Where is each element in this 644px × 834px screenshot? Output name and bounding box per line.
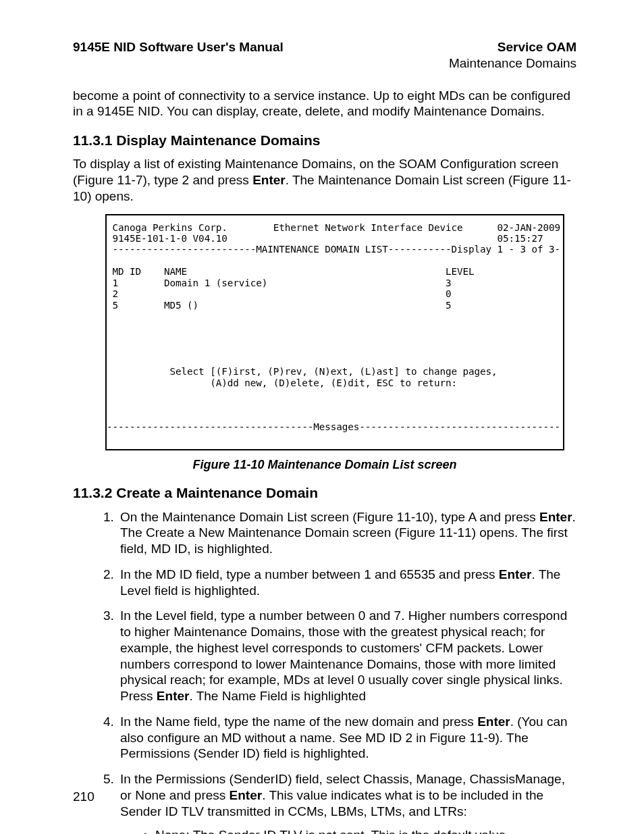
terminal-screen: Canoga Perkins Corp. Ethernet Network In… xyxy=(105,214,564,450)
step-5: In the Permissions (SenderID) field, sel… xyxy=(117,771,576,834)
section-1131-heading: 11.3.1 Display Maintenance Domains xyxy=(73,132,576,149)
step-2: In the MD ID field, type a number betwee… xyxy=(117,567,576,599)
section-1131-body: To display a list of existing Maintenanc… xyxy=(73,156,576,204)
enter-key: Enter xyxy=(499,567,532,581)
sub-bullets: None: The Sender ID TLV is not sent. Thi… xyxy=(120,827,576,834)
enter-key: Enter xyxy=(157,689,190,703)
bullet-none: None: The Sender ID TLV is not sent. Thi… xyxy=(143,827,576,834)
step-4: In the Name field, type the name of the … xyxy=(117,714,576,762)
header-section: Service OAM xyxy=(449,39,576,55)
step-1: On the Maintenance Domain List screen (F… xyxy=(117,509,576,557)
text: . The Name Field is highlighted xyxy=(189,689,366,703)
enter-key: Enter xyxy=(230,788,263,802)
header-subsection: Maintenance Domains xyxy=(449,55,576,72)
page-header: 9145E NID Software User's Manual Service… xyxy=(73,39,576,72)
page-number: 210 xyxy=(73,789,95,805)
header-right: Service OAM Maintenance Domains xyxy=(449,39,576,72)
text: In the MD ID field, type a number betwee… xyxy=(120,567,499,581)
intro-paragraph: become a point of connectivity to a serv… xyxy=(73,88,576,120)
enter-key: Enter xyxy=(539,510,572,524)
text: In the Name field, type the name of the … xyxy=(120,714,477,729)
enter-key: Enter xyxy=(252,173,286,187)
figure-caption: Figure 11-10 Maintenance Domain List scr… xyxy=(73,457,576,473)
text: On the Maintenance Domain List screen (F… xyxy=(120,510,539,524)
terminal-figure: Canoga Perkins Corp. Ethernet Network In… xyxy=(105,214,564,450)
enter-key: Enter xyxy=(477,714,510,729)
step-3: In the Level field, type a number betwee… xyxy=(117,608,576,704)
header-manual-title: 9145E NID Software User's Manual xyxy=(73,39,284,55)
section-1132-heading: 11.3.2 Create a Maintenance Domain xyxy=(73,484,576,502)
steps-list: On the Maintenance Domain List screen (F… xyxy=(73,509,576,834)
